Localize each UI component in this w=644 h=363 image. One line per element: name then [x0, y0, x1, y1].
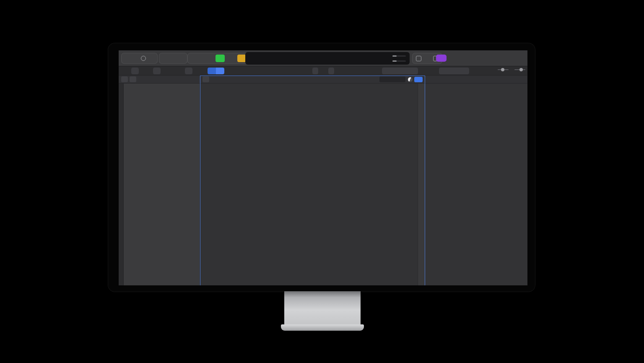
- monitor-stand-base: [281, 324, 364, 331]
- pointer-tool-menu[interactable]: [312, 68, 318, 74]
- grid-autoplay-button[interactable]: [414, 77, 423, 82]
- monitor-stand-neck: [284, 291, 361, 325]
- quantize-start-dropdown[interactable]: [379, 76, 405, 82]
- lcd-meters: [387, 53, 406, 64]
- tracks-area: [425, 84, 527, 285]
- grid-divider-column: [418, 84, 425, 285]
- scene-options-button[interactable]: [203, 76, 209, 82]
- transport-group: [187, 53, 250, 64]
- grid-and-tracks-view-button[interactable]: [216, 68, 224, 74]
- lcd-position: [293, 53, 327, 64]
- cpu-meter: [392, 55, 406, 57]
- edit-menu[interactable]: [131, 68, 139, 74]
- panel-buttons-group: [159, 53, 187, 64]
- track-headers: [124, 84, 200, 285]
- record-button[interactable]: [226, 55, 236, 62]
- view-menu[interactable]: [185, 68, 192, 74]
- stop-button[interactable]: [205, 55, 214, 62]
- lcd-display[interactable]: [245, 52, 410, 65]
- main-area: [119, 84, 527, 285]
- grid-header-row: [119, 76, 527, 84]
- logic-pro-window: [119, 50, 527, 285]
- count-in-button[interactable]: [436, 55, 447, 62]
- control-bar: [119, 50, 527, 66]
- close-box-icon[interactable]: [416, 56, 421, 61]
- live-loops-grid: [200, 84, 418, 285]
- add-track-button[interactable]: [121, 76, 128, 82]
- bar-ruler[interactable]: [425, 76, 527, 84]
- hd-meter: [392, 60, 406, 62]
- lcd-midi-io: [366, 53, 387, 64]
- performance-record-icon[interactable]: [408, 77, 413, 82]
- vertical-zoom-slider[interactable]: [496, 69, 509, 70]
- track-number-gutter: [119, 84, 124, 285]
- secondary-tool-menu[interactable]: [328, 68, 334, 74]
- snap-dropdown[interactable]: [382, 68, 418, 74]
- drag-dropdown[interactable]: [439, 68, 469, 74]
- lcd-time: [247, 53, 293, 64]
- grid-only-view-button[interactable]: [208, 68, 216, 74]
- play-button[interactable]: [216, 55, 225, 62]
- duplicate-track-button[interactable]: [130, 76, 136, 82]
- lcd-tempo: [327, 53, 352, 64]
- horizontal-zoom-slider[interactable]: [513, 69, 525, 70]
- live-loops-menu-bar: [119, 66, 527, 76]
- functions-menu[interactable]: [153, 68, 161, 74]
- lcd-time-signature: [352, 53, 366, 64]
- quick-help-icon[interactable]: [141, 56, 146, 61]
- grid-view-segment: [208, 68, 224, 74]
- view-buttons-group: [121, 53, 158, 64]
